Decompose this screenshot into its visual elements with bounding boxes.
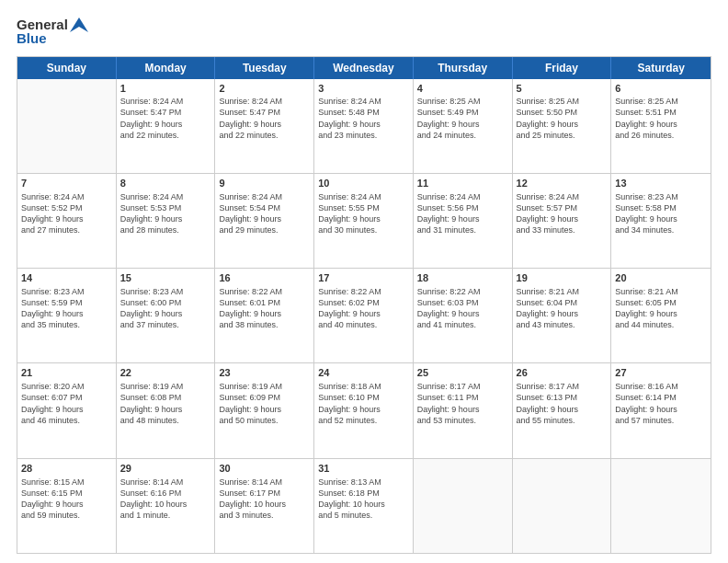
calendar-cell: 9Sunrise: 8:24 AMSunset: 5:54 PMDaylight… — [215, 174, 314, 268]
cell-info-line: Sunset: 5:52 PM — [21, 202, 112, 213]
cell-info-line: Sunrise: 8:20 AM — [21, 381, 112, 392]
cell-info-line: Sunrise: 8:23 AM — [615, 191, 707, 202]
cell-info-line: and 40 minutes. — [318, 319, 409, 330]
calendar-cell: 26Sunrise: 8:17 AMSunset: 6:13 PMDayligh… — [513, 363, 612, 457]
cell-info-line: Daylight: 9 hours — [417, 119, 508, 130]
logo-blue: Blue — [17, 30, 88, 46]
cell-info-line: Sunrise: 8:24 AM — [120, 191, 211, 202]
cell-info-line: Sunset: 6:07 PM — [21, 392, 112, 403]
calendar-cell: 28Sunrise: 8:15 AMSunset: 6:15 PMDayligh… — [17, 459, 117, 553]
cell-info-line: and 34 minutes. — [615, 224, 707, 236]
day-number: 23 — [219, 366, 310, 380]
cell-info-line: and 44 minutes. — [615, 319, 707, 330]
cell-info-line: Sunrise: 8:24 AM — [219, 96, 310, 107]
calendar-cell: 2Sunrise: 8:24 AMSunset: 5:47 PMDaylight… — [215, 79, 314, 173]
cell-info-line: Sunset: 5:54 PM — [219, 202, 310, 213]
cell-info-line: Sunset: 6:08 PM — [120, 392, 211, 403]
cell-info-line: Sunset: 5:47 PM — [120, 107, 211, 118]
logo-bird-icon — [70, 17, 88, 32]
cell-info-line: and 28 minutes. — [120, 224, 211, 236]
calendar-row: 14Sunrise: 8:23 AMSunset: 5:59 PMDayligh… — [17, 269, 711, 363]
cell-info-line: Sunrise: 8:22 AM — [318, 286, 409, 297]
cell-info-line: and 43 minutes. — [517, 319, 608, 330]
cell-info-line: Sunrise: 8:19 AM — [219, 381, 310, 392]
cell-info-line: Sunrise: 8:17 AM — [517, 381, 608, 392]
cell-info-line: and 26 minutes. — [615, 130, 707, 141]
cell-info-line: and 31 minutes. — [417, 224, 508, 236]
cell-info-line: Daylight: 9 hours — [615, 308, 707, 319]
day-number: 15 — [120, 271, 211, 285]
cell-info-line: Sunset: 5:57 PM — [517, 202, 608, 213]
cell-info-line: Sunrise: 8:16 AM — [615, 381, 707, 392]
cell-info-line: and 55 minutes. — [517, 415, 608, 426]
cell-info-line: Sunset: 5:53 PM — [120, 202, 211, 213]
cell-info-line: Daylight: 9 hours — [120, 119, 211, 130]
day-number: 19 — [517, 271, 608, 285]
calendar-cell: 12Sunrise: 8:24 AMSunset: 5:57 PMDayligh… — [513, 174, 612, 268]
calendar-cell: 7Sunrise: 8:24 AMSunset: 5:52 PMDaylight… — [17, 174, 117, 268]
calendar-cell: 25Sunrise: 8:17 AMSunset: 6:11 PMDayligh… — [414, 363, 513, 457]
cell-info-line: and 24 minutes. — [417, 130, 508, 141]
calendar-header-cell: Saturday — [611, 57, 711, 79]
cell-info-line: Sunrise: 8:22 AM — [219, 286, 310, 297]
calendar-header-cell: Tuesday — [215, 57, 314, 79]
cell-info-line: Daylight: 9 hours — [615, 119, 707, 130]
calendar-cell: 13Sunrise: 8:23 AMSunset: 5:58 PMDayligh… — [611, 174, 711, 268]
day-number: 20 — [615, 271, 707, 285]
day-number: 11 — [417, 177, 508, 190]
calendar-cell: 5Sunrise: 8:25 AMSunset: 5:50 PMDaylight… — [513, 79, 612, 173]
cell-info-line: and 1 minute. — [120, 510, 211, 521]
day-number: 8 — [120, 177, 211, 190]
cell-info-line: Daylight: 9 hours — [417, 404, 508, 415]
day-number: 16 — [219, 271, 310, 285]
cell-info-line: Sunrise: 8:24 AM — [120, 96, 211, 107]
cell-info-line: and 59 minutes. — [21, 510, 112, 521]
calendar-cell: 22Sunrise: 8:19 AMSunset: 6:08 PMDayligh… — [117, 363, 216, 457]
calendar-cell: 10Sunrise: 8:24 AMSunset: 5:55 PMDayligh… — [314, 174, 414, 268]
cell-info-line: Daylight: 9 hours — [417, 308, 508, 319]
cell-info-line: and 48 minutes. — [120, 415, 211, 426]
calendar-cell: 31Sunrise: 8:13 AMSunset: 6:18 PMDayligh… — [314, 459, 414, 553]
calendar-body: 1Sunrise: 8:24 AMSunset: 5:47 PMDaylight… — [17, 79, 711, 554]
calendar-cell — [611, 459, 711, 553]
cell-info-line: Sunrise: 8:13 AM — [318, 477, 409, 488]
cell-info-line: and 52 minutes. — [318, 415, 409, 426]
cell-info-line: Daylight: 9 hours — [219, 404, 310, 415]
calendar-cell: 4Sunrise: 8:25 AMSunset: 5:49 PMDaylight… — [414, 79, 513, 173]
cell-info-line: Daylight: 9 hours — [219, 308, 310, 319]
day-number: 21 — [21, 366, 112, 380]
day-number: 24 — [318, 366, 409, 380]
cell-info-line: Sunset: 6:05 PM — [615, 297, 707, 308]
calendar-row: 1Sunrise: 8:24 AMSunset: 5:47 PMDaylight… — [17, 79, 711, 174]
cell-info-line: and 41 minutes. — [417, 319, 508, 330]
calendar-cell — [414, 459, 513, 553]
day-number: 12 — [517, 177, 608, 190]
day-number: 17 — [318, 271, 409, 285]
calendar-header-cell: Friday — [513, 57, 612, 79]
cell-info-line: Sunset: 6:02 PM — [318, 297, 409, 308]
cell-info-line: Sunrise: 8:23 AM — [21, 286, 112, 297]
cell-info-line: Sunrise: 8:14 AM — [120, 477, 211, 488]
cell-info-line: and 37 minutes. — [120, 319, 211, 330]
cell-info-line: Sunset: 5:59 PM — [21, 297, 112, 308]
cell-info-line: Daylight: 9 hours — [517, 308, 608, 319]
calendar-cell: 3Sunrise: 8:24 AMSunset: 5:48 PMDaylight… — [314, 79, 414, 173]
day-number: 5 — [517, 82, 608, 96]
cell-info-line: Daylight: 9 hours — [318, 404, 409, 415]
cell-info-line: Sunset: 5:47 PM — [219, 107, 310, 118]
cell-info-line: Daylight: 9 hours — [517, 404, 608, 415]
cell-info-line: Daylight: 9 hours — [219, 213, 310, 224]
cell-info-line: Daylight: 9 hours — [219, 119, 310, 130]
cell-info-line: and 33 minutes. — [517, 224, 608, 236]
day-number: 25 — [417, 366, 508, 380]
calendar-header-cell: Wednesday — [314, 57, 414, 79]
cell-info-line: Daylight: 9 hours — [21, 499, 112, 510]
cell-info-line: Sunset: 6:18 PM — [318, 488, 409, 499]
cell-info-line: Sunset: 6:09 PM — [219, 392, 310, 403]
calendar-cell: 8Sunrise: 8:24 AMSunset: 5:53 PMDaylight… — [117, 174, 216, 268]
cell-info-line: and 22 minutes. — [219, 130, 310, 141]
cell-info-line: Sunrise: 8:21 AM — [517, 286, 608, 297]
cell-info-line: Sunset: 6:04 PM — [517, 297, 608, 308]
calendar-header-cell: Monday — [117, 57, 216, 79]
cell-info-line: Sunset: 6:17 PM — [219, 488, 310, 499]
